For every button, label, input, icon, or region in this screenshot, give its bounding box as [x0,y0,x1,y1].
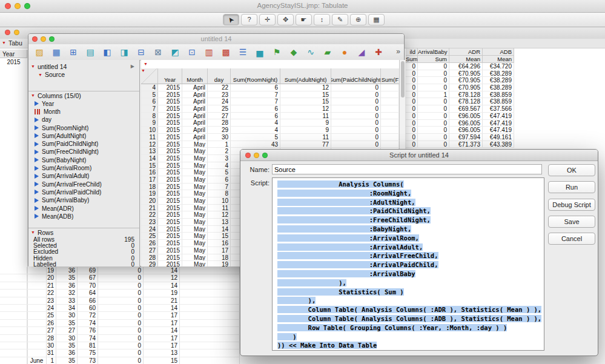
help-tool-icon[interactable]: ? [241,14,257,25]
stat-header[interactable]: Mean [449,56,483,63]
crosshair-tool-icon[interactable]: ✛ [259,14,276,25]
table-row[interactable]: 0 0 €96.005 €47.419 [406,127,514,134]
column-header-sum-roomnight[interactable]: Sum(RoomNight) [231,68,280,84]
column-item[interactable]: Sum(ArrivalRoom) [28,164,139,172]
layout-icon[interactable]: ▩ [220,46,232,58]
table-row[interactable]: June 1 35 73 0 15 [0,357,240,364]
script-text[interactable]: Analysis Columns( :RoomNight, :AdultNigh… [273,178,544,350]
table-row[interactable]: 24 34 60 0 14 [0,305,240,312]
table-row[interactable]: 0 0 €70.905 €38.289 [406,84,514,91]
column-item[interactable]: Sum(AdultNight) [28,132,139,140]
selection-tool-icon[interactable]: ▦ [368,14,385,25]
column-header[interactable]: ild [406,48,418,56]
red-triangle-menu-icon[interactable]: ▼ [144,62,148,66]
close-button[interactable] [245,153,251,158]
column-item[interactable]: Sum(RoomNight) [28,124,139,131]
table-row[interactable]: 0 1 €78.128 €38.859 [406,91,514,99]
table-row[interactable]: 12 2015 May 1 43 77 0 [141,141,399,148]
stat-header[interactable]: Mean [483,56,514,63]
close-button[interactable] [5,30,10,35]
script-name-input[interactable] [272,164,542,174]
grabber-tool-icon[interactable]: ☛ [296,14,312,25]
stack-icon[interactable]: ◧ [101,46,113,58]
pie-chart-icon[interactable]: ● [339,46,351,58]
close-button[interactable] [32,36,38,42]
chart-icon[interactable]: ▰ [322,46,334,58]
control-chart-icon[interactable]: ✚ [372,46,385,58]
table-row[interactable]: 0 0 €78.128 €38.859 [406,98,514,105]
column-header-sum-adultnight[interactable]: Sum(AdultNight) [280,68,331,84]
column-item[interactable]: Year [28,100,139,108]
save-button[interactable]: Save [548,216,595,228]
table-row[interactable]: 30 35 81 0 17 [0,342,240,349]
zoom-button[interactable] [262,153,268,158]
stat-header[interactable]: Sum [406,56,418,63]
table-row[interactable]: 0 0 €70.905 €38.289 [406,70,514,78]
move-tool-icon[interactable]: ✥ [277,14,294,25]
expand-arrow-icon[interactable]: ▶ [131,64,134,69]
split-icon[interactable]: ◨ [118,46,130,58]
run-button[interactable]: Run [548,181,595,193]
update-icon[interactable]: ⊠ [152,46,164,58]
table-row[interactable]: 19 36 69 0 14 [0,267,240,274]
scatterplot-3d-icon[interactable]: ◢ [355,46,368,58]
journal-icon[interactable]: ▥ [203,46,215,58]
table-row[interactable]: 27 27 76 0 14 [0,327,240,334]
new-data-table-icon[interactable]: ▦ [50,46,62,58]
disclosure-triangle-icon[interactable]: ▼ [2,41,6,45]
minimize-button[interactable] [41,36,46,42]
open-data-table-icon[interactable]: ▨ [33,46,45,58]
minimize-button[interactable] [254,153,259,158]
table-row[interactable]: 21 36 70 0 14 [0,282,240,290]
ok-button[interactable]: OK [548,164,595,176]
column-item[interactable]: Mean(ADB) [28,213,139,220]
stat-header[interactable]: Sum [418,56,449,63]
column-header[interactable]: ADR [449,48,483,56]
table-row[interactable]: 11 2015 April 30 5 11 0 [141,134,399,141]
toolbar-overflow-button[interactable]: » [396,47,400,56]
table-row[interactable]: 6 2015 April 24 7 15 0 [141,98,399,105]
table-row[interactable]: 4 2015 April 22 6 12 0 [141,84,399,91]
table-row[interactable]: 31 36 75 0 13 [0,349,240,357]
fit-model-icon[interactable]: ∿ [305,46,317,58]
column-item[interactable]: Sum(ArrivalAdult) [28,172,139,180]
red-triangle-menu-icon[interactable]: ▼ [31,93,35,98]
table-row[interactable]: 0 0 €64.296 €34.720 [406,63,514,70]
scroller-tool-icon[interactable]: ↕ [314,14,330,25]
tabulate-icon[interactable]: ☰ [237,46,249,58]
column-item[interactable]: day [28,116,139,124]
red-triangle-menu-icon[interactable]: ▼ [31,230,35,234]
column-header-month[interactable]: Month [182,68,208,84]
rows-panel-header[interactable]: ▼ Rows [28,228,139,237]
annotate-tool-icon[interactable]: ✎ [332,14,348,25]
scrollbar-thumb[interactable] [401,61,405,98]
sort-table-icon[interactable]: ▤ [84,46,96,58]
sidebar-item-table[interactable]: ▼ untitled 14 ▶ [28,62,139,71]
graph-builder-icon[interactable]: ⚑ [271,46,283,58]
column-item[interactable]: Month [28,108,139,116]
table-row[interactable]: 26 35 74 0 17 [0,320,240,327]
table-row[interactable]: 0 0 €96.005 €47.419 [406,120,514,127]
red-triangle-menu-icon[interactable]: ▼ [38,73,42,77]
script-editor[interactable]: Analysis Columns( :RoomNight, :AdultNigh… [272,177,544,351]
column-header-sum-paidchildnight[interactable]: Sum(PaidChildNight) [331,68,381,84]
table-row[interactable]: 0 0 €96.005 €47.419 [406,113,514,120]
grid-corner-cell[interactable]: ▼ [141,68,158,84]
year-column-header[interactable]: Year [0,50,27,58]
red-triangle-menu-icon[interactable]: ▼ [141,68,145,73]
minimize-button[interactable] [14,30,19,35]
column-item[interactable]: Sum(PaidChildNight) [28,140,139,148]
column-header[interactable]: ADB [483,48,514,56]
zoom-button[interactable] [49,36,55,42]
column-item[interactable]: Sum(FreeChildNight) [28,148,139,156]
column-header-year[interactable]: Year [158,68,182,84]
distribution-icon[interactable]: ▅ [254,46,266,58]
subset-icon[interactable]: ⊞ [67,46,79,58]
arrow-tool-icon[interactable]: ➤ [223,14,239,25]
sidebar-item-source[interactable]: ▼ Source [28,71,139,79]
table-row[interactable]: 0 0 €69.567 €37.566 [406,105,514,113]
column-item[interactable]: Sum(ArrivalFreeChild) [28,180,139,188]
column-item[interactable]: Sum(ArrivalPaidChild) [28,188,139,196]
debug-script-button[interactable]: Debug Script [548,199,595,211]
table-row[interactable]: 5 2015 April 23 7 15 0 [141,91,399,99]
